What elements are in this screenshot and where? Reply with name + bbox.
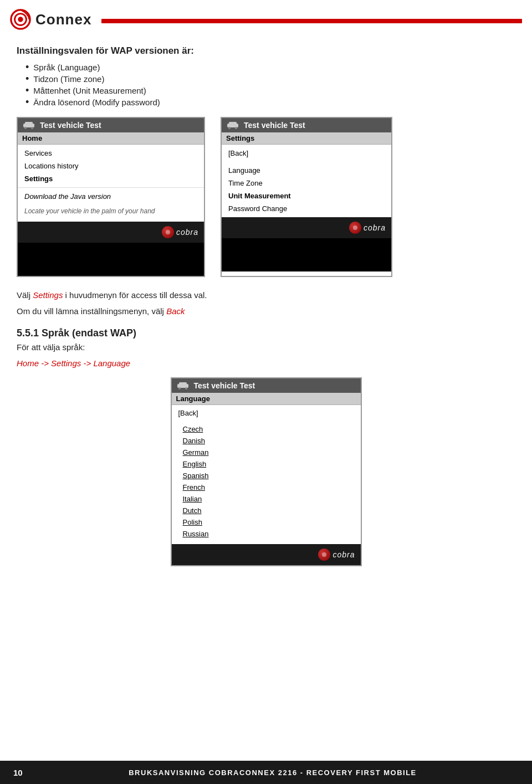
lang-polish[interactable]: Polish: [172, 516, 361, 528]
car-icon: [22, 121, 35, 129]
body-text-1: Välj Settings i huvudmenyn för access ti…: [17, 289, 515, 302]
section-55-path: Home -> Settings -> Language: [17, 357, 515, 370]
screen-right-body: [Back] Language Time Zone Unit Measureme…: [222, 145, 391, 217]
cobra-logo-right: cobra: [349, 222, 386, 234]
settings-italic: Settings: [33, 290, 63, 300]
svg-point-13: [178, 387, 181, 390]
header-red-bar: [101, 19, 522, 23]
svg-point-2: [18, 17, 23, 22]
lang-english[interactable]: English: [172, 458, 361, 470]
list-item: Språk (Language): [25, 62, 515, 72]
screen-left-footer: cobra: [18, 222, 204, 243]
screen-right-black: [222, 238, 391, 271]
screen-left-black: [18, 243, 204, 276]
bullet-list: Språk (Language) Tidzon (Time zone) Mått…: [17, 62, 515, 107]
lang-dutch[interactable]: Dutch: [172, 505, 361, 516]
svg-rect-12: [179, 382, 187, 385]
screen-right-header: Test vehicle Test: [222, 118, 391, 132]
car-icon-right: [226, 121, 239, 129]
lang-french[interactable]: French: [172, 481, 361, 493]
section-title: Inställningsvalen för WAP versionen är:: [17, 45, 515, 57]
screen-item-settings[interactable]: Settings: [18, 172, 204, 185]
svg-point-10: [235, 127, 237, 129]
page-footer: 10 BRUKSANVISNING COBRACONNEX 2216 - REC…: [0, 761, 532, 784]
screen-lang-nav: Language: [172, 393, 361, 405]
lang-screen-container: Test vehicle Test Language [Back] Czech …: [17, 377, 515, 566]
svg-rect-4: [25, 122, 33, 125]
screen-item-timezone[interactable]: Time Zone: [222, 177, 391, 189]
screen-description: Locate your vehicle in the palm of your …: [18, 203, 204, 219]
section-55-subtitle: För att välja språk:: [17, 341, 515, 354]
back-italic: Back: [166, 306, 185, 316]
cobra-logo: cobra: [162, 226, 198, 238]
screen-right-nav: Settings: [222, 132, 391, 145]
cobra-ball-icon: [162, 226, 174, 238]
body-text-2: Om du vill lämna inställningsmenyn, välj…: [17, 305, 515, 318]
section-55-title: 5.5.1 Språk (endast WAP): [17, 327, 515, 339]
screen-right-footer: cobra: [222, 217, 391, 238]
list-item: Ändra lösenord (Modify password): [25, 97, 515, 107]
cobra-logo-lang: cobra: [318, 549, 355, 561]
screen-item-back[interactable]: [Back]: [222, 147, 391, 160]
connex-logo-icon: [10, 9, 31, 30]
lang-back[interactable]: [Back]: [172, 407, 361, 419]
list-item: Tidzon (Time zone): [25, 74, 515, 84]
cobra-text: cobra: [176, 228, 198, 237]
screenshots-row: Test vehicle Test Home Services Location…: [17, 117, 515, 277]
screen-right-title: Test vehicle Test: [244, 121, 305, 130]
cobra-text-right: cobra: [364, 223, 386, 232]
screen-item-java[interactable]: Download the Java version: [18, 190, 204, 203]
screen-lang-footer: cobra: [172, 544, 361, 565]
logo-text: Connex: [35, 11, 91, 28]
screen-language: Test vehicle Test Language [Back] Czech …: [171, 377, 362, 566]
page-number: 10: [13, 768, 27, 777]
lang-danish[interactable]: Danish: [172, 435, 361, 447]
screen-left: Test vehicle Test Home Services Location…: [17, 117, 205, 277]
cobra-ball-lang: [318, 549, 330, 561]
screen-left-nav: Home: [18, 132, 204, 145]
screen-item-language[interactable]: Language: [222, 164, 391, 177]
footer-text: BRUKSANVISNING COBRACONNEX 2216 - RECOVE…: [27, 768, 519, 777]
screen-left-title: Test vehicle Test: [40, 121, 101, 130]
screen-right: Test vehicle Test Settings [Back] Langua…: [221, 117, 392, 277]
screen-item-unit[interactable]: Unit Measurement: [222, 189, 391, 202]
logo: Connex: [10, 9, 91, 30]
svg-point-5: [24, 127, 27, 129]
screen-lang-title: Test vehicle Test: [194, 381, 255, 390]
svg-point-9: [228, 127, 231, 129]
lang-czech[interactable]: Czech: [172, 423, 361, 435]
lang-italian[interactable]: Italian: [172, 493, 361, 505]
screen-item-services[interactable]: Services: [18, 147, 204, 160]
lang-spanish[interactable]: Spanish: [172, 470, 361, 481]
screen-divider: [18, 187, 204, 188]
list-item: Måttenhet (Unit Measurement): [25, 85, 515, 95]
screen-item-password[interactable]: Password Change: [222, 202, 391, 215]
svg-rect-8: [229, 122, 237, 125]
svg-point-14: [185, 387, 187, 390]
cobra-text-lang: cobra: [332, 550, 355, 559]
cobra-ball-icon-right: [349, 222, 361, 234]
car-icon-lang: [176, 382, 190, 390]
svg-point-6: [31, 127, 33, 129]
screen-item-locations[interactable]: Locations history: [18, 160, 204, 172]
lang-russian[interactable]: Russian: [172, 528, 361, 540]
lang-german[interactable]: German: [172, 447, 361, 458]
screen-left-header: Test vehicle Test: [18, 118, 204, 132]
screen-lang-body: [Back] Czech Danish German English Spani…: [172, 405, 361, 544]
screen-lang-header: Test vehicle Test: [172, 378, 361, 393]
page-header: Connex: [0, 0, 532, 33]
main-content: Inställningsvalen för WAP versionen är: …: [0, 33, 532, 577]
screen-left-body: Services Locations history Settings Down…: [18, 145, 204, 222]
